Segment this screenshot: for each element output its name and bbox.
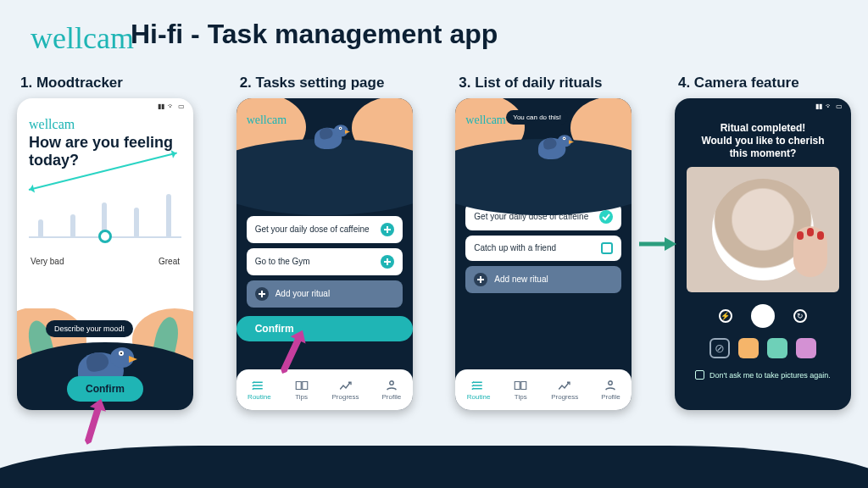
filter-row: ⊘: [675, 338, 851, 358]
svg-point-0: [390, 380, 394, 385]
add-ritual-label: Add your ritual: [275, 289, 330, 298]
checkbox-icon[interactable]: [601, 242, 613, 254]
frame-caption: 2. Tasks setting page: [240, 75, 385, 92]
mood-bar: [134, 208, 139, 238]
bird-icon: [314, 124, 345, 149]
tab-profile[interactable]: Profile: [601, 380, 620, 401]
filter-none[interactable]: ⊘: [709, 338, 730, 358]
signal-icon: ▮▮: [158, 103, 164, 110]
task-label: Go to the Gym: [255, 257, 310, 266]
speech-bubble: You can do this!: [506, 110, 568, 125]
battery-icon: ▭: [836, 103, 843, 110]
camera-photo: [687, 167, 839, 292]
dont-ask-label: Don't ask me to take pictures again.: [709, 371, 831, 380]
flash-icon[interactable]: ⚡: [719, 309, 732, 323]
brand-logo: wellcam: [465, 114, 505, 127]
mood-bar: [70, 214, 75, 238]
hand-icon: [793, 226, 827, 277]
frame-3: 3. List of daily rituals ▮▮ᯤ▭ wellcam Yo…: [455, 75, 632, 410]
tabbar: Routine Tips Progress Profile: [236, 369, 413, 410]
checkbox-icon[interactable]: [695, 370, 704, 380]
page-title: Hi-fi - Task management app: [131, 19, 498, 50]
footer-band: [0, 446, 868, 488]
bird-icon: [538, 134, 569, 159]
check-icon[interactable]: [599, 210, 613, 224]
add-icon[interactable]: [381, 255, 394, 269]
dont-ask-row[interactable]: Don't ask me to take pictures again.: [675, 370, 851, 380]
filter-swatch[interactable]: [767, 338, 787, 358]
mood-slider[interactable]: [29, 187, 181, 253]
mood-bar: [38, 219, 43, 238]
statusbar: ▮▮ᯤ▭: [675, 98, 851, 110]
tab-tips[interactable]: Tips: [294, 380, 309, 401]
frame-caption: 1. Moodtracker: [20, 75, 123, 92]
phone-camera: ▮▮ᯤ▭ Ritual completed! Would you like to…: [675, 98, 851, 410]
mood-question: How are you feeling today?: [29, 134, 181, 169]
task-label: Get your daily dose of caffeine: [255, 225, 370, 234]
wifi-icon: ᯤ: [826, 103, 832, 110]
add-icon[interactable]: [381, 223, 394, 236]
tab-progress[interactable]: Progress: [332, 380, 359, 401]
frame-1: 1. Moodtracker ▮▮ᯤ▭ wellcam How are you …: [17, 75, 193, 410]
phone-daily-rituals: ▮▮ᯤ▭ wellcam You can do this! Congratula…: [455, 98, 632, 410]
task-row[interactable]: Catch up with a friend: [465, 236, 621, 261]
tab-profile[interactable]: Profile: [381, 380, 401, 401]
frame-2: 2. Tasks setting page ▮▮ᯤ▭ wellcam Sugge…: [236, 75, 413, 410]
task-row[interactable]: Get your daily dose of caffeine: [247, 216, 403, 243]
add-icon: [255, 287, 269, 301]
svg-point-1: [609, 380, 613, 385]
shutter-button[interactable]: [751, 304, 775, 328]
camera-controls: ⚡ ↻: [675, 304, 851, 328]
camera-message: Ritual completed! Would you like to cher…: [675, 110, 851, 167]
flip-camera-icon[interactable]: ↻: [793, 309, 807, 323]
camera-message-line: Ritual completed!: [692, 122, 834, 135]
filter-swatch[interactable]: [796, 338, 816, 358]
scale-low-label: Very bad: [31, 257, 64, 266]
frame-caption: 3. List of daily rituals: [459, 75, 602, 92]
tab-label: Tips: [295, 393, 308, 401]
task-label: Catch up with a friend: [474, 243, 556, 252]
camera-message-line: Would you like to cherish this moment?: [692, 135, 834, 160]
signal-icon: ▮▮: [815, 103, 822, 110]
tab-label: Routine: [467, 393, 491, 401]
tab-label: Tips: [515, 393, 527, 401]
tab-routine[interactable]: Routine: [467, 380, 491, 401]
mood-bar: [166, 194, 171, 238]
add-ritual-label: Add new ritual: [494, 274, 548, 284]
tab-tips[interactable]: Tips: [513, 380, 528, 401]
annotation-arrow-icon: [637, 236, 676, 252]
add-icon: [474, 273, 487, 286]
brand-logo: wellcam: [31, 20, 134, 56]
scale-high-label: Great: [159, 257, 180, 266]
frame-caption: 4. Camera feature: [678, 75, 799, 92]
tab-label: Progress: [332, 393, 359, 401]
phone-tasks: ▮▮ᯤ▭ wellcam Suggested tasks Based on yo…: [236, 98, 413, 410]
battery-icon: ▭: [178, 103, 185, 110]
tabbar: Routine Tips Progress Profile: [455, 369, 632, 410]
slider-knob[interactable]: [98, 230, 112, 243]
tab-label: Profile: [381, 393, 401, 401]
phone-moodtracker: ▮▮ᯤ▭ wellcam How are you feeling today? …: [17, 98, 193, 410]
brand-logo: wellcam: [29, 117, 181, 132]
brand-logo: wellcam: [247, 114, 287, 127]
tab-label: Routine: [248, 393, 271, 401]
confirm-button[interactable]: Confirm: [67, 376, 143, 402]
tab-routine[interactable]: Routine: [248, 380, 271, 401]
tab-progress[interactable]: Progress: [551, 380, 578, 401]
frame-4: 4. Camera feature ▮▮ᯤ▭ Ritual completed!…: [675, 75, 851, 410]
add-ritual-button[interactable]: Add your ritual: [247, 280, 403, 308]
task-row[interactable]: Go to the Gym: [247, 248, 403, 275]
confirm-button[interactable]: Confirm: [236, 316, 413, 341]
add-ritual-button[interactable]: Add new ritual: [465, 266, 621, 293]
filter-swatch[interactable]: [738, 338, 759, 358]
wifi-icon: ᯤ: [168, 103, 175, 110]
statusbar: ▮▮ᯤ▭: [17, 98, 193, 110]
frame-row: 1. Moodtracker ▮▮ᯤ▭ wellcam How are you …: [17, 75, 851, 410]
tab-label: Progress: [551, 393, 578, 401]
speech-bubble: Describe your mood!: [46, 320, 133, 337]
tab-label: Profile: [601, 393, 620, 401]
